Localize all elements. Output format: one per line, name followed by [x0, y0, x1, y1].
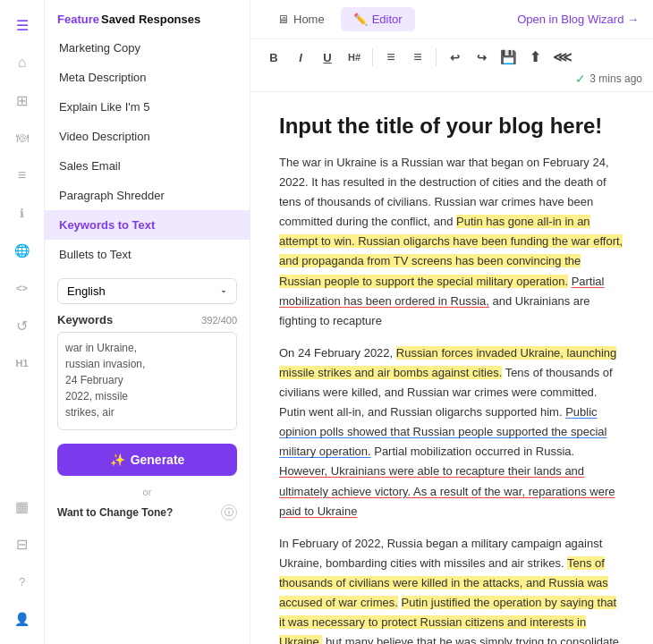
- left-sidebar: ☰ ⌂ ⊞ 🍽 ≡ ℹ 🌐 <> ↺ H1 ▦ ⊟ ? 👤: [0, 0, 45, 644]
- save-time-label: 3 mins ago: [589, 72, 642, 85]
- main-area: 🖥 Home ✏️ Editor Open in Blog Wizard → B…: [250, 0, 653, 644]
- bar-chart-icon[interactable]: ▦: [6, 490, 38, 522]
- keywords-textarea[interactable]: war in Ukraine, russian invasion, 24 Feb…: [57, 332, 237, 430]
- ordered-list-button[interactable]: ≡: [378, 45, 403, 70]
- share-button[interactable]: ⋘: [549, 45, 574, 70]
- panel-title-saved: Saved Responses: [101, 13, 200, 26]
- settings-icon[interactable]: ⊟: [6, 528, 38, 560]
- upload-button[interactable]: ⬆: [522, 45, 547, 70]
- language-select[interactable]: English Spanish French German Italian: [57, 278, 237, 304]
- highlight-yellow-2: Russian forces invaded Ukraine, launchin…: [279, 346, 616, 379]
- highlight-blue-1: Public opinion polls showed that Russian…: [279, 405, 606, 458]
- editor-nav-label: Editor: [372, 13, 403, 26]
- grid-icon[interactable]: ⊞: [6, 84, 38, 116]
- home-nav-label: Home: [293, 13, 325, 26]
- keywords-label-row: Keywords 392/400: [57, 313, 237, 326]
- home-nav-icon: 🖥: [277, 13, 289, 26]
- globe-icon[interactable]: 🌐: [6, 234, 38, 267]
- menu-item-sales[interactable]: Sales Email: [45, 151, 250, 181]
- bold-button[interactable]: B: [261, 45, 286, 70]
- menu-item-marketing[interactable]: Marketing Copy: [45, 33, 250, 63]
- generate-button[interactable]: ✨ Generate: [57, 444, 237, 476]
- info-icon[interactable]: ℹ: [6, 197, 38, 229]
- blog-title[interactable]: Input the title of your blog here!: [279, 114, 624, 139]
- change-tone-section: Want to Change Tone? ⓘ: [45, 504, 250, 530]
- editor-area[interactable]: Input the title of your blog here! The w…: [250, 92, 653, 644]
- home-icon[interactable]: ⌂: [6, 47, 38, 79]
- toolbar-separator-2: [436, 48, 437, 66]
- redo-button[interactable]: ↪: [469, 45, 494, 70]
- keywords-section: Keywords 392/400 war in Ukraine, russian…: [45, 313, 250, 433]
- paragraph-2: On 24 February 2022, Russian forces inva…: [279, 343, 624, 521]
- editor-nav-icon: ✏️: [353, 13, 368, 26]
- menu-item-explain[interactable]: Explain Like I'm 5: [45, 92, 250, 122]
- generate-sparkle-icon: ✨: [110, 453, 125, 467]
- undo-button[interactable]: ↩: [442, 45, 467, 70]
- home-nav-button[interactable]: 🖥 Home: [265, 7, 337, 31]
- keywords-label: Keywords: [57, 313, 113, 326]
- save-status: ✓ 3 mins ago: [575, 72, 642, 86]
- heading-button[interactable]: H#: [342, 45, 367, 70]
- highlight-red-2: However, Ukrainians were able to recaptu…: [279, 464, 615, 517]
- paragraph-1: The war in Ukraine is a Russian war that…: [279, 153, 624, 331]
- menu-icon[interactable]: ☰: [6, 9, 38, 41]
- menu-item-video[interactable]: Video Description: [45, 122, 250, 151]
- unordered-list-button[interactable]: ≡: [405, 45, 430, 70]
- feature-menu: Marketing Copy Meta Description Explain …: [45, 33, 250, 269]
- blog-content[interactable]: The war in Ukraine is a Russian war that…: [279, 153, 624, 644]
- language-section: English Spanish French German Italian: [45, 269, 250, 313]
- top-nav: 🖥 Home ✏️ Editor Open in Blog Wizard →: [250, 0, 653, 39]
- list-icon[interactable]: ≡: [6, 159, 38, 191]
- menu-item-bullets[interactable]: Bullets to Text: [45, 240, 250, 269]
- open-blog-wizard-button[interactable]: Open in Blog Wizard →: [517, 13, 639, 26]
- h1-icon[interactable]: H1: [6, 347, 38, 379]
- generate-label: Generate: [131, 453, 185, 467]
- underline-button[interactable]: U: [315, 45, 340, 70]
- editor-nav-button[interactable]: ✏️ Editor: [341, 7, 415, 31]
- panel-header: Feature Saved Responses: [45, 0, 250, 33]
- panel-title-feature: Feature: [57, 13, 99, 26]
- chef-icon[interactable]: 🍽: [6, 122, 38, 154]
- menu-item-meta[interactable]: Meta Description: [45, 63, 250, 92]
- code-icon[interactable]: <>: [6, 272, 38, 304]
- editor-toolbar: B I U H# ≡ ≡ ↩ ↪ 💾 ⬆ ⋘ ✓ 3 mins ago: [250, 39, 653, 92]
- question-icon[interactable]: ?: [6, 565, 38, 597]
- or-divider: or: [45, 487, 250, 497]
- open-blog-label: Open in Blog Wizard →: [517, 13, 639, 26]
- toolbar-separator-1: [372, 48, 373, 66]
- user-icon[interactable]: 👤: [6, 603, 38, 635]
- check-icon: ✓: [575, 72, 586, 86]
- change-tone-label: Want to Change Tone?: [57, 506, 173, 519]
- menu-item-keywords[interactable]: Keywords to Text: [45, 210, 250, 240]
- change-tone-info-icon[interactable]: ⓘ: [221, 504, 237, 521]
- paragraph-3: In February of 2022, Russia began a mili…: [279, 534, 624, 644]
- feature-panel: Feature Saved Responses Marketing Copy M…: [45, 0, 250, 644]
- menu-item-paragraph[interactable]: Paragraph Shredder: [45, 181, 250, 210]
- italic-button[interactable]: I: [288, 45, 313, 70]
- keywords-count: 392/400: [201, 315, 237, 326]
- refresh-icon[interactable]: ↺: [6, 309, 38, 342]
- save-button[interactable]: 💾: [496, 45, 521, 70]
